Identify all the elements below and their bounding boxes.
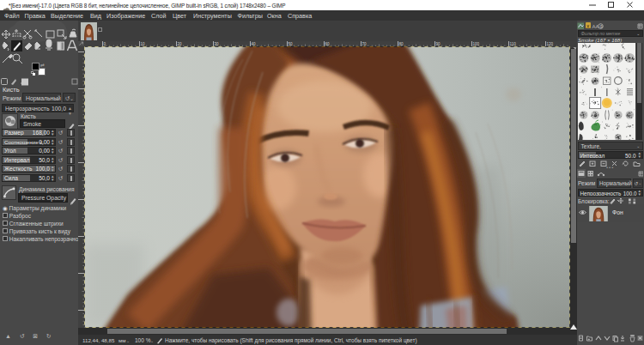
svg-text:120: 120 <box>547 42 554 46</box>
svg-text:10: 10 <box>141 42 146 46</box>
svg-text:30: 30 <box>215 42 220 46</box>
svg-text:100: 100 <box>473 42 480 46</box>
svg-text:50: 50 <box>289 42 294 46</box>
svg-text:0: 0 <box>104 42 106 46</box>
svg-text:90: 90 <box>436 42 441 46</box>
svg-text:110: 110 <box>510 42 517 46</box>
svg-text:Ф: Ф <box>599 23 603 28</box>
svg-text:80: 80 <box>399 42 404 46</box>
svg-text:20: 20 <box>178 42 183 46</box>
svg-text:70: 70 <box>362 42 368 46</box>
svg-text:AA: AA <box>592 24 599 29</box>
svg-text:60: 60 <box>325 42 331 46</box>
svg-text:40: 40 <box>252 42 257 46</box>
